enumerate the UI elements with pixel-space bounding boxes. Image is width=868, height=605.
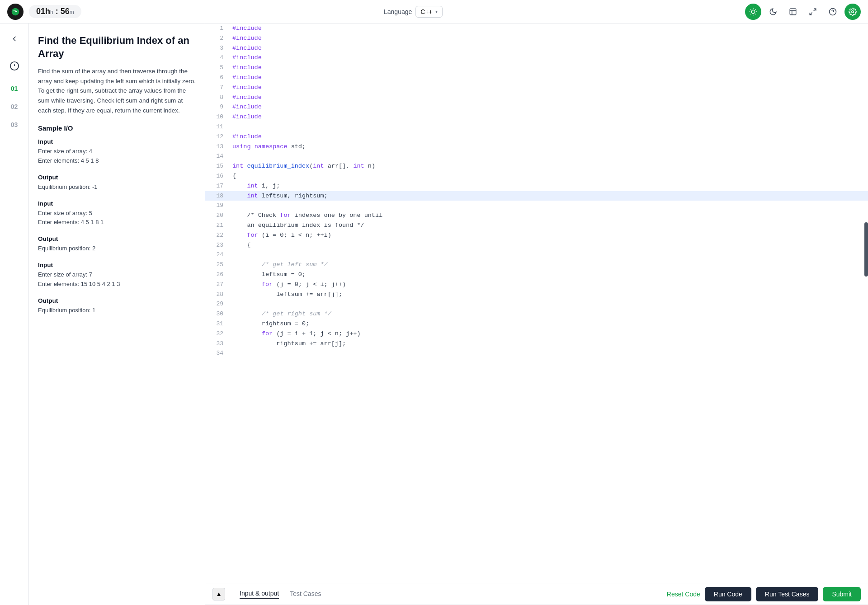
- bottom-actions: Reset Code Run Code Run Test Cases Submi…: [667, 587, 861, 601]
- line-number: 27: [205, 280, 229, 290]
- code-line: 25 /* get left sum */: [205, 260, 868, 270]
- line-number: 33: [205, 339, 229, 349]
- svg-line-4: [755, 14, 756, 14]
- language-selector[interactable]: C++ ▾: [415, 6, 442, 18]
- line-content[interactable]: leftsum = 0;: [229, 270, 868, 280]
- line-content[interactable]: #include: [229, 33, 868, 43]
- svg-point-16: [852, 10, 854, 13]
- help-button[interactable]: [825, 4, 841, 20]
- line-number: 22: [205, 230, 229, 240]
- line-content[interactable]: #include: [229, 102, 868, 112]
- line-content[interactable]: {: [229, 240, 868, 250]
- line-number: 12: [205, 132, 229, 142]
- code-line: 23 {: [205, 240, 868, 250]
- header-center: Language C++ ▾: [384, 6, 443, 18]
- line-content[interactable]: for (j = i + 1; j < n; j++): [229, 329, 868, 339]
- line-content[interactable]: /* Check for indexes one by one until: [229, 211, 868, 220]
- line-content[interactable]: #include: [229, 112, 868, 122]
- submit-button[interactable]: Submit: [823, 587, 861, 601]
- line-content[interactable]: [229, 201, 868, 211]
- code-line: 18 int leftsum, rightsum;: [205, 191, 868, 201]
- tab-input-output[interactable]: Input & output: [240, 590, 279, 599]
- io-label: Input: [38, 200, 196, 207]
- line-content[interactable]: [229, 299, 868, 309]
- code-line: 15int equilibrium_index(int arr[], int n…: [205, 161, 868, 171]
- line-content[interactable]: /* get left sum */: [229, 260, 868, 270]
- line-content[interactable]: for (i = 0; i < n; ++i): [229, 230, 868, 240]
- line-content[interactable]: #include: [229, 132, 868, 142]
- line-content[interactable]: an equilibrium index is found */: [229, 220, 868, 230]
- line-content[interactable]: for (j = 0; j < i; j++): [229, 280, 868, 290]
- svg-point-0: [751, 10, 755, 14]
- line-content[interactable]: {: [229, 171, 868, 181]
- io-value: Equilibrium position: 2: [38, 244, 196, 253]
- io-container: InputEnter size of array: 4Enter element…: [38, 138, 196, 315]
- line-content[interactable]: using namespace std;: [229, 142, 868, 152]
- line-content[interactable]: #include: [229, 63, 868, 73]
- line-content[interactable]: rightsum = 0;: [229, 319, 868, 329]
- sidebar-item-step02[interactable]: 02: [11, 103, 18, 110]
- line-content[interactable]: #include: [229, 73, 868, 83]
- io-section: OutputEquilibrium position: 2: [38, 235, 196, 253]
- fullscreen-button[interactable]: [805, 4, 821, 20]
- line-content[interactable]: [229, 348, 868, 358]
- line-number: 10: [205, 112, 229, 122]
- line-content[interactable]: int i, j;: [229, 181, 868, 191]
- line-number: 30: [205, 309, 229, 319]
- code-line: 28 leftsum += arr[j];: [205, 290, 868, 300]
- io-value: Enter elements: 15 10 5 4 2 1 3: [38, 280, 196, 289]
- code-line: 4#include: [205, 53, 868, 63]
- panel-toggle-button[interactable]: ▲: [212, 588, 225, 600]
- io-value: Equilibrium position: 1: [38, 306, 196, 315]
- layout-button[interactable]: [785, 4, 801, 20]
- io-section: InputEnter size of array: 7Enter element…: [38, 262, 196, 289]
- code-line: 21 an equilibrium index is found */: [205, 220, 868, 230]
- language-label: Language: [384, 8, 412, 15]
- run-test-cases-button[interactable]: Run Test Cases: [756, 587, 819, 601]
- line-content[interactable]: #include: [229, 43, 868, 53]
- run-code-button[interactable]: Run Code: [705, 587, 751, 601]
- io-section: InputEnter size of array: 5Enter element…: [38, 200, 196, 228]
- line-content[interactable]: [229, 122, 868, 132]
- reset-code-button[interactable]: Reset Code: [667, 591, 700, 598]
- line-content[interactable]: leftsum += arr[j];: [229, 290, 868, 300]
- code-line: 6#include: [205, 73, 868, 83]
- line-number: 16: [205, 171, 229, 181]
- line-content[interactable]: [229, 250, 868, 260]
- line-number: 8: [205, 93, 229, 103]
- sidebar-item-step01[interactable]: 01: [11, 85, 18, 92]
- line-content[interactable]: int leftsum, rightsum;: [229, 191, 868, 201]
- code-line: 14: [205, 151, 868, 161]
- line-content[interactable]: #include: [229, 23, 868, 33]
- line-number: 11: [205, 122, 229, 132]
- line-number: 25: [205, 260, 229, 270]
- header-left: 01hh : 56m: [7, 4, 81, 20]
- line-content[interactable]: #include: [229, 53, 868, 63]
- line-content[interactable]: #include: [229, 83, 868, 93]
- problem-description: Find the sum of the array and then trave…: [38, 66, 196, 115]
- sidebar-item-step03[interactable]: 03: [11, 121, 18, 128]
- info-button[interactable]: [6, 58, 23, 74]
- code-line: 7#include: [205, 83, 868, 93]
- editor-area: 1#include 2#include 3#include 4#include …: [205, 23, 868, 605]
- tab-test-cases[interactable]: Test Cases: [290, 590, 321, 598]
- code-line: 32 for (j = i + 1; j < n; j++): [205, 329, 868, 339]
- line-content[interactable]: #include: [229, 93, 868, 103]
- code-editor[interactable]: 1#include 2#include 3#include 4#include …: [205, 23, 868, 583]
- header: 01hh : 56m Language C++ ▾: [0, 0, 868, 23]
- dark-mode-button[interactable]: [765, 4, 781, 20]
- settings-button[interactable]: [844, 4, 861, 20]
- code-line: 8#include: [205, 93, 868, 103]
- line-content[interactable]: int equilibrium_index(int arr[], int n): [229, 161, 868, 171]
- back-button[interactable]: [6, 31, 23, 47]
- line-content[interactable]: /* get right sum */: [229, 309, 868, 319]
- code-line: 9#include: [205, 102, 868, 112]
- line-number: 13: [205, 142, 229, 152]
- timer: 01hh : 56m: [29, 5, 81, 18]
- light-mode-button[interactable]: [745, 4, 761, 20]
- line-content[interactable]: [229, 151, 868, 161]
- line-content[interactable]: rightsum += arr[j];: [229, 339, 868, 349]
- code-line: 22 for (i = 0; i < n; ++i): [205, 230, 868, 240]
- code-line: 31 rightsum = 0;: [205, 319, 868, 329]
- language-value: C++: [420, 8, 432, 15]
